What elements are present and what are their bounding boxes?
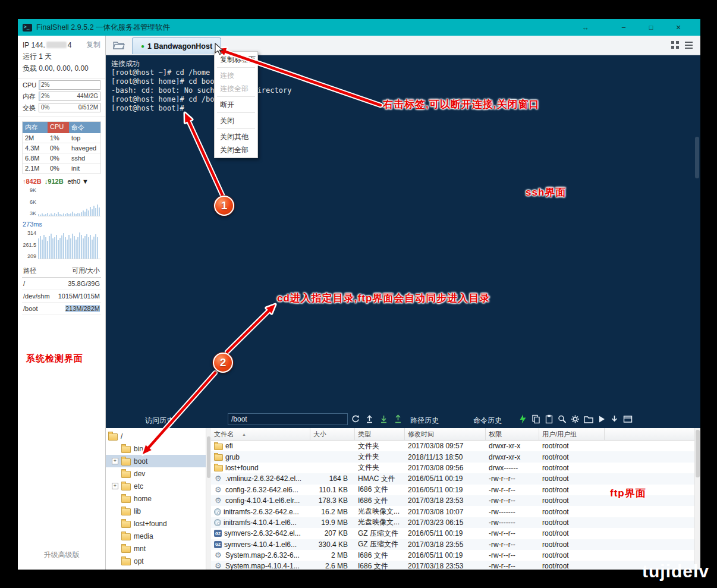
- file-col-header[interactable]: 用户/用户组: [539, 428, 605, 440]
- remote-folder-icon[interactable]: [584, 414, 593, 424]
- uptime-row: 运行 1 天: [18, 50, 105, 62]
- file-col-header[interactable]: 权限: [486, 428, 539, 440]
- upload-icon[interactable]: [394, 414, 402, 423]
- transfer-down-icon[interactable]: [610, 414, 619, 424]
- connected-dot-icon: ●: [141, 43, 144, 49]
- tree-node-lost+found[interactable]: lost+found: [106, 517, 206, 530]
- gear-file-icon: [214, 475, 223, 482]
- command-history-button[interactable]: 命令历史: [473, 416, 502, 426]
- session-tab[interactable]: ● 1 BandwagonHost: [132, 37, 221, 54]
- file-row[interactable]: System.map-4.10.4-1...2.6 MBI686 文件2017/…: [211, 561, 694, 570]
- search-icon[interactable]: [558, 414, 567, 424]
- disk-row[interactable]: /dev/shm1015M/1015M: [22, 290, 101, 303]
- file-row[interactable]: initramfs-4.10.4-1.el6...19.9 MB光盘映像文...…: [211, 517, 694, 528]
- titlebar[interactable]: FinalShell 2.9.5.2 一体化服务器管理软件 ↔ − □ ×: [18, 19, 700, 36]
- tree-node-boot[interactable]: +boot: [106, 455, 206, 467]
- tree-node-[interactable]: /: [106, 430, 206, 442]
- file-row[interactable]: .vmlinuz-2.6.32-642.el...164 BHMAC 文件201…: [211, 473, 694, 484]
- mouse-cursor-icon: [215, 43, 227, 57]
- terminal-line: [root@host ~]# cd /home: [111, 68, 700, 77]
- flash-icon[interactable]: [518, 414, 527, 424]
- terminal-line: -bash: cd: boot: No such file or directo…: [111, 86, 700, 95]
- tree-node-lib[interactable]: lib: [106, 505, 206, 517]
- terminal-scrollbar[interactable]: [695, 137, 699, 178]
- ping-yticks: 314261.5209: [23, 229, 38, 259]
- tree-node-mnt[interactable]: mnt: [106, 542, 206, 555]
- refresh-icon[interactable]: [351, 414, 360, 423]
- annotation-monitor-panel: 系统检测界面: [26, 353, 83, 364]
- divider: [18, 117, 105, 117]
- file-row[interactable]: System.map-2.6.32-6...2 MBI686 文件2016/05…: [211, 550, 694, 561]
- process-row[interactable]: 6.8M0%sshd: [23, 153, 100, 163]
- path-input[interactable]: [228, 413, 348, 425]
- file-col-header[interactable]: 类型: [355, 428, 405, 440]
- folder-file-icon: [214, 465, 223, 471]
- file-row[interactable]: initramfs-2.6.32-642.e...16.2 MB光盘映像文...…: [211, 506, 694, 517]
- upgrade-link[interactable]: 升级高级版: [18, 550, 105, 560]
- tree-node-dev[interactable]: dev: [106, 467, 206, 480]
- file-col-header[interactable]: 大小: [310, 428, 355, 440]
- process-col-header[interactable]: 内存: [23, 122, 48, 133]
- tree-node-opt[interactable]: opt: [106, 555, 206, 567]
- minimize-button[interactable]: −: [614, 19, 634, 36]
- ping-latency: 273ms: [23, 221, 100, 228]
- download-icon[interactable]: [379, 414, 388, 423]
- context-menu-item[interactable]: 关闭全部: [215, 143, 257, 156]
- disk-row[interactable]: /boot213M/282M: [22, 303, 101, 315]
- folder-icon: [121, 558, 131, 565]
- tree-node-bin[interactable]: bin: [106, 442, 206, 455]
- folder-icon: [121, 533, 131, 540]
- grid-view-icon[interactable]: [671, 40, 680, 49]
- tab-context-menu: 复制标签页连接连接全部断开关闭关闭其他关闭全部: [214, 51, 258, 158]
- expand-toggle-icon[interactable]: +: [112, 483, 118, 489]
- context-menu-item[interactable]: 关闭其他: [215, 130, 257, 143]
- folder-open-icon: [113, 40, 125, 50]
- file-table-header: 文件名▲大小类型修改时间权限用户/用户组: [211, 428, 694, 441]
- paste-icon[interactable]: [545, 414, 554, 424]
- menu-icon[interactable]: [684, 40, 693, 49]
- tree-node-etc[interactable]: +etc: [106, 480, 206, 492]
- file-row[interactable]: lost+found文件夹2017/03/08 09:56drwx------r…: [211, 463, 694, 473]
- process-row[interactable]: 2M1%top: [23, 133, 100, 143]
- gear-file-icon: [214, 562, 223, 570]
- file-row[interactable]: grub文件夹2018/11/13 18:50drwxr-xr-xroot/ro…: [211, 451, 694, 462]
- resize-icon[interactable]: ↔: [576, 19, 596, 36]
- tree-node-media[interactable]: media: [106, 530, 206, 542]
- process-col-header[interactable]: 命令: [69, 122, 100, 133]
- copy-ip-button[interactable]: 复制: [86, 40, 100, 50]
- window-panel-icon[interactable]: [623, 414, 633, 424]
- parent-dir-icon[interactable]: [365, 414, 374, 423]
- access-history-button[interactable]: 访问历史: [145, 416, 174, 426]
- file-col-header[interactable]: 修改时间: [405, 428, 486, 440]
- tree-scrollbar[interactable]: [206, 428, 211, 570]
- settings-gear-icon[interactable]: [571, 414, 580, 424]
- divider: [18, 78, 105, 78]
- tree-node-home[interactable]: home: [106, 492, 206, 505]
- context-menu-item[interactable]: 关闭: [215, 114, 257, 127]
- open-connection-button[interactable]: [111, 39, 127, 52]
- expand-toggle-icon[interactable]: +: [112, 458, 118, 464]
- process-row[interactable]: 4.3M0%haveged: [23, 143, 100, 153]
- process-row[interactable]: 2.1M0%init: [23, 163, 100, 174]
- context-menu-item[interactable]: 连接: [215, 69, 257, 82]
- file-row[interactable]: symvers-2.6.32-642.el...207 KBGZ 压缩文件201…: [211, 528, 694, 539]
- file-list-scrollbar[interactable]: [694, 428, 700, 570]
- file-row[interactable]: efi文件夹2017/03/08 09:57drwxr-xr-xroot/roo…: [211, 441, 694, 451]
- context-menu-item[interactable]: 断开: [215, 98, 257, 111]
- file-col-header[interactable]: 文件名▲: [211, 428, 310, 440]
- path-history-button[interactable]: 路径历史: [410, 416, 439, 426]
- context-menu-item[interactable]: 连接全部: [215, 82, 257, 95]
- copy-icon[interactable]: [532, 414, 540, 424]
- file-row[interactable]: symvers-4.10.4-1.el6...330.4 KBGZ 压缩文件20…: [211, 539, 694, 550]
- close-button[interactable]: ×: [668, 19, 688, 36]
- meter-percent: 2%: [41, 93, 49, 99]
- disk-row[interactable]: /35.8G/39G: [22, 278, 101, 290]
- app-icon: [23, 24, 32, 32]
- ip-redacted: [46, 42, 67, 48]
- run-icon[interactable]: [598, 414, 606, 424]
- gear-file-icon: [214, 552, 223, 559]
- interface-selector[interactable]: eth0 ▼: [68, 178, 89, 185]
- process-col-header[interactable]: CPU: [48, 122, 69, 133]
- meter-label: 内存: [23, 92, 39, 101]
- maximize-button[interactable]: □: [641, 19, 661, 36]
